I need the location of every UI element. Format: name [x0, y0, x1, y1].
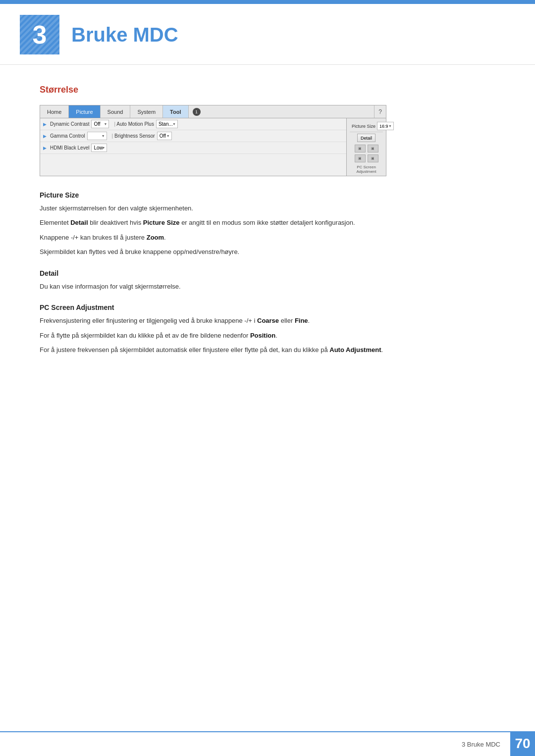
chapter-header: 3 Bruke MDC: [0, 0, 535, 65]
pc-screen-label: PC Screen Adjustment: [350, 165, 383, 174]
label-auto-motion-plus: Auto Motion Plus: [114, 121, 154, 127]
label-hdmi-black-level: HDMI Black Level: [50, 145, 89, 151]
row-arrow-3: ▶: [43, 146, 48, 151]
menu-item-picture[interactable]: Picture: [69, 105, 100, 118]
section-detail: Detail Du kan vise informasjon for valgt…: [40, 269, 495, 292]
icon-bottom-right[interactable]: ▣: [368, 154, 378, 162]
select-value-brightness-sensor: Off: [160, 133, 166, 139]
badge-1: 1: [193, 108, 201, 116]
select-brightness-sensor[interactable]: Off: [157, 132, 172, 140]
chapter-title: Bruke MDC: [71, 24, 178, 46]
ui-row-1: ▶ Dynamic Contrast Off Auto Motion Plus …: [40, 118, 346, 130]
pc-text1-bold2: Fine: [295, 317, 308, 324]
pc-screen-icons: ▣ ▣ ▣ ▣: [354, 144, 379, 163]
icon-row-top: ▣ ▣: [354, 144, 379, 153]
picture-size-text2: Elementet Detail blir deaktivert hvis Pi…: [40, 217, 495, 228]
icon-row-bottom: ▣ ▣: [354, 154, 379, 163]
ui-menubar: Home Picture Sound System Tool 1 ?: [40, 105, 386, 118]
footer-page-number: 70: [510, 731, 535, 756]
main-content: Størrelse Home Picture Sound System Tool…: [0, 65, 535, 407]
select-value-hdmi-black-level: Low: [94, 145, 103, 151]
text2-pre: Elementet: [40, 219, 70, 226]
ui-body: ▶ Dynamic Contrast Off Auto Motion Plus …: [40, 118, 386, 176]
menu-label-tool: Tool: [170, 109, 181, 115]
ui-row-2: ▶ Gamma Control Brightness Sensor Off: [40, 130, 346, 142]
detail-text: Du kan vise informasjon for valgt skjerm…: [40, 281, 495, 292]
select-dynamic-contrast[interactable]: Off: [91, 120, 109, 128]
text2-bold2: Picture Size: [143, 219, 180, 226]
help-button[interactable]: ?: [374, 105, 386, 118]
menu-item-home[interactable]: Home: [40, 105, 69, 118]
select-picture-size[interactable]: 16:9: [377, 122, 394, 130]
menu-label-home: Home: [47, 109, 61, 115]
footer-text: 3 Bruke MDC: [462, 741, 500, 748]
pc-screen-heading: PC Screen Adjustment: [40, 303, 495, 311]
pc-text1-bold1: Coarse: [257, 317, 279, 324]
label-brightness-sensor: Brightness Sensor: [112, 133, 155, 139]
text2-post: er angitt til en modus som ikke støtter …: [180, 219, 355, 226]
field-hdmi-black-level: HDMI Black Level Low: [50, 144, 107, 152]
pc-text3-bold: Auto Adjustment: [329, 346, 381, 353]
footer: 3 Bruke MDC 70: [0, 731, 535, 756]
menu-label-system: System: [137, 109, 156, 115]
pc-screen-text2: For å flytte på skjermbildet kan du klik…: [40, 330, 495, 341]
ui-right-panel: Picture Size 16:9 Detail ▣ ▣ ▣: [346, 118, 386, 176]
pc-screen-text3: For å justere frekvensen på skjermbildet…: [40, 345, 495, 355]
select-value-dynamic-contrast: Off: [94, 121, 100, 127]
text3-bold: Zoom: [147, 234, 164, 241]
picture-size-row: Picture Size 16:9: [350, 120, 383, 132]
ui-row-3: ▶ HDMI Black Level Low: [40, 142, 346, 154]
help-icon: ?: [378, 108, 382, 115]
detail-heading: Detail: [40, 269, 495, 277]
section-pc-screen: PC Screen Adjustment Frekvensjustering e…: [40, 303, 495, 355]
select-value-auto-motion-plus: Stan...: [159, 121, 173, 127]
pc-text1-mid: eller: [279, 317, 295, 324]
text2-bold1: Detail: [70, 219, 88, 226]
field-auto-motion-plus: Auto Motion Plus Stan...: [114, 120, 177, 128]
icon-top-right[interactable]: ▣: [368, 145, 378, 152]
picture-size-text3: Knappene -/+ kan brukes til å justere Zo…: [40, 232, 495, 243]
label-gamma-control: Gamma Control: [50, 133, 85, 139]
field-dynamic-contrast: Dynamic Contrast Off: [50, 120, 109, 128]
pc-text2-bold: Position: [250, 332, 275, 339]
chapter-number-box: 3: [20, 15, 59, 54]
pc-text3-pre: For å justere frekvensen på skjermbildet…: [40, 346, 329, 353]
field-brightness-sensor: Brightness Sensor Off: [112, 132, 172, 140]
select-picture-size-value: 16:9: [379, 124, 388, 129]
pc-screen-text1: Frekvensjustering eller finjustering er …: [40, 315, 495, 326]
select-hdmi-black-level[interactable]: Low: [91, 144, 107, 152]
icon-bottom-left[interactable]: ▣: [355, 154, 366, 162]
menu-item-tool[interactable]: Tool: [163, 105, 188, 118]
detail-row: Detail: [357, 134, 375, 142]
pc-text3-post: .: [381, 346, 383, 353]
select-gamma-control[interactable]: [87, 132, 107, 140]
text2-mid: blir deaktivert hvis: [88, 219, 143, 226]
pc-text2-pre: For å flytte på skjermbildet kan du klik…: [40, 332, 250, 339]
text3-post: .: [164, 234, 166, 241]
pc-text1-pre: Frekvensjustering eller finjustering er …: [40, 317, 257, 324]
menu-label-picture: Picture: [76, 109, 93, 115]
chapter-number: 3: [33, 22, 47, 48]
picture-size-text1: Juster skjermstørrelsen for den valgte s…: [40, 203, 495, 213]
menu-item-system[interactable]: System: [130, 105, 163, 118]
detail-button[interactable]: Detail: [357, 134, 375, 142]
pc-text2-post: .: [275, 332, 277, 339]
pc-text1-post: .: [308, 317, 310, 324]
text3-pre: Knappene -/+ kan brukes til å justere: [40, 234, 147, 241]
row-arrow-2: ▶: [43, 134, 48, 139]
row-arrow-1: ▶: [43, 122, 48, 127]
ui-mockup: Home Picture Sound System Tool 1 ?: [40, 105, 386, 176]
field-gamma-control: Gamma Control: [50, 132, 107, 140]
top-accent-bar: [0, 0, 535, 4]
menu-label-sound: Sound: [107, 109, 123, 115]
section-picture-size: Picture Size Juster skjermstørrelsen for…: [40, 191, 495, 257]
icon-top-left[interactable]: ▣: [355, 145, 366, 152]
picture-size-text4: Skjermbildet kan flyttes ved å bruke kna…: [40, 247, 495, 257]
section-heading: Størrelse: [40, 85, 495, 95]
picture-size-heading: Picture Size: [40, 191, 495, 199]
picture-size-label: Picture Size: [352, 124, 375, 129]
label-dynamic-contrast: Dynamic Contrast: [50, 121, 89, 127]
menu-item-sound[interactable]: Sound: [101, 105, 131, 118]
select-auto-motion-plus[interactable]: Stan...: [156, 120, 178, 128]
ui-rows: ▶ Dynamic Contrast Off Auto Motion Plus …: [40, 118, 346, 176]
